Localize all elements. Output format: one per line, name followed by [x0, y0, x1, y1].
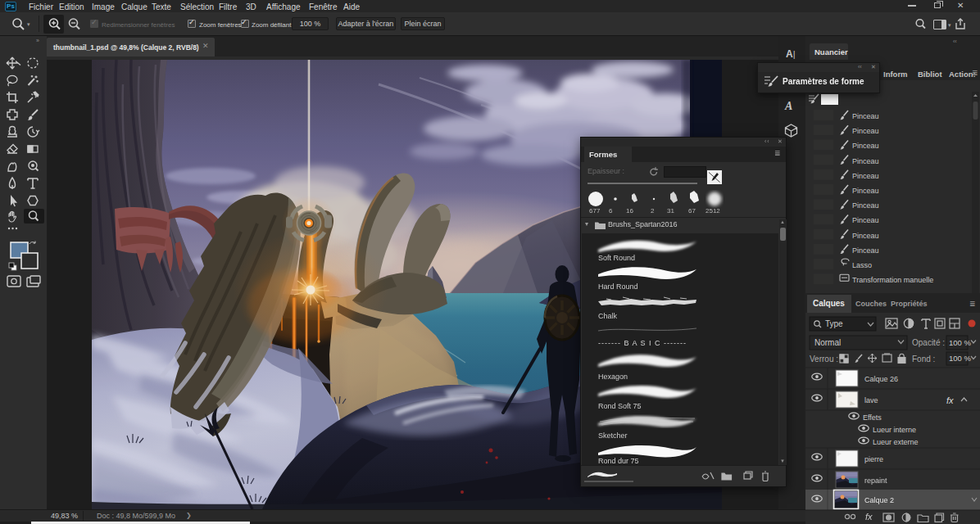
- svg-text:Calques: Calques: [813, 299, 845, 308]
- svg-text:Lueur externe: Lueur externe: [873, 438, 919, 446]
- svg-text:Pinceau: Pinceau: [852, 201, 879, 210]
- svg-text:Lueur interne: Lueur interne: [873, 426, 916, 434]
- svg-text:Couches: Couches: [855, 300, 887, 308]
- svg-text:Calque 26: Calque 26: [864, 375, 898, 383]
- svg-text:Opacité :: Opacité :: [912, 338, 945, 347]
- svg-text:Hexagon: Hexagon: [598, 373, 628, 381]
- svg-text:Pinceau: Pinceau: [852, 127, 879, 135]
- svg-text:lave: lave: [864, 396, 878, 404]
- svg-text:Effets: Effets: [863, 413, 882, 422]
- svg-text:Pinceau: Pinceau: [852, 246, 879, 255]
- svg-text:100 %: 100 %: [949, 354, 971, 363]
- svg-text:fx: fx: [865, 512, 873, 522]
- svg-text:pierre: pierre: [864, 455, 883, 463]
- svg-text:Lasso: Lasso: [852, 261, 872, 269]
- svg-text:Calque 2: Calque 2: [864, 496, 894, 504]
- svg-text:Chalk: Chalk: [598, 312, 618, 320]
- svg-text:Pinceau: Pinceau: [852, 157, 879, 165]
- svg-text:fx: fx: [946, 395, 954, 405]
- svg-text:Pinceau: Pinceau: [852, 216, 879, 224]
- svg-text:Verrou :: Verrou :: [810, 355, 838, 364]
- svg-text:Type: Type: [825, 319, 843, 328]
- svg-text:Sketcher: Sketcher: [598, 431, 628, 440]
- svg-text:Pinceau: Pinceau: [852, 187, 879, 195]
- svg-text:Transformation manuelle: Transformation manuelle: [852, 276, 933, 284]
- svg-text:Soft Round: Soft Round: [598, 254, 635, 262]
- svg-text:repaint: repaint: [864, 477, 887, 485]
- svg-text:≣: ≣: [969, 300, 976, 308]
- svg-text:Propriétés: Propriétés: [891, 300, 928, 308]
- svg-text:Pinceau: Pinceau: [852, 232, 879, 240]
- svg-text:Rond dur 75: Rond dur 75: [598, 457, 639, 465]
- svg-text:------- B A S I C -------: ------- B A S I C -------: [598, 339, 687, 347]
- svg-text:Pinceau: Pinceau: [852, 142, 879, 150]
- svg-text:Rond Soft 75: Rond Soft 75: [598, 402, 642, 410]
- svg-text:Pinceau: Pinceau: [852, 172, 879, 180]
- svg-text:Pinceau: Pinceau: [852, 112, 879, 120]
- svg-text:Fond :: Fond :: [912, 355, 935, 364]
- svg-text:100 %: 100 %: [949, 338, 971, 347]
- svg-text:Normal: Normal: [814, 338, 841, 347]
- svg-text:Hard Round: Hard Round: [598, 282, 638, 291]
